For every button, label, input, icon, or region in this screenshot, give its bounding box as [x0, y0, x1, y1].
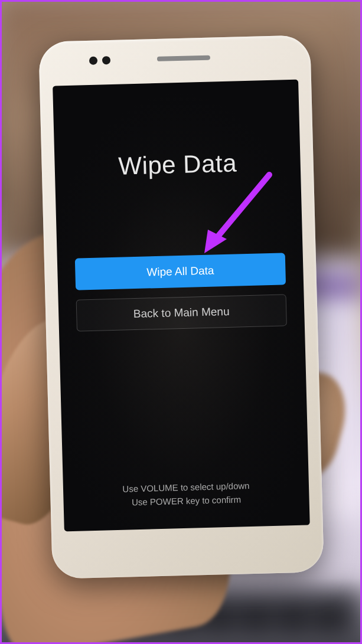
menu-list: Wipe All Data Back to Main Menu [74, 253, 286, 331]
home-button[interactable] [172, 534, 203, 564]
camera-dot [102, 56, 110, 64]
phone-top-sensors [38, 53, 310, 64]
phone-screen: Wipe Data Wipe All Data Back to Main Men… [53, 80, 310, 532]
speaker-grille [156, 55, 210, 61]
back-to-main-menu-option[interactable]: Back to Main Menu [76, 294, 286, 331]
photo-frame: Wipe Data Wipe All Data Back to Main Men… [0, 0, 362, 644]
sensor-dot [89, 57, 97, 65]
annotation-arrow-icon [198, 166, 281, 263]
svg-line-1 [210, 175, 269, 246]
help-text: Use VOLUME to select up/down Use POWER k… [63, 478, 309, 511]
phone-device: Wipe Data Wipe All Data Back to Main Men… [38, 35, 324, 579]
